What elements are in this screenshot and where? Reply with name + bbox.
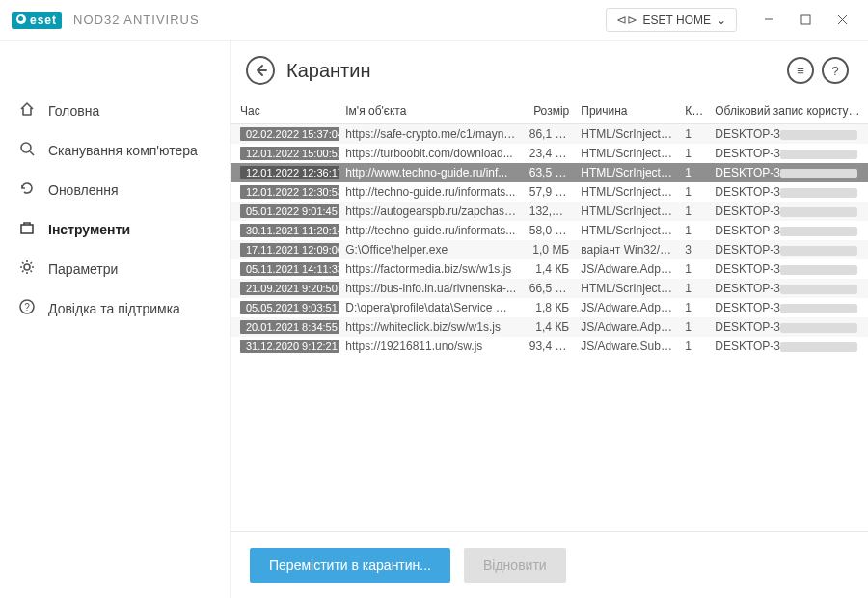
cell-reason: HTML/ScrInject.B т... [575, 182, 679, 202]
link-icon: ⊲⊳ [616, 13, 637, 27]
cell-time: 31.12.2020 9:12:21 [231, 337, 339, 356]
cell-user: DESKTOP-3 [709, 298, 868, 317]
sidebar-item-search[interactable]: Сканування комп'ютера [0, 130, 230, 170]
cell-size: 1,8 КБ [524, 298, 576, 317]
cell-time: 05.01.2022 9:01:45 [231, 202, 339, 221]
maximize-button[interactable] [787, 6, 824, 35]
arrow-left-icon [253, 63, 268, 78]
cell-size: 93,4 КБ [524, 337, 576, 356]
maximize-icon [800, 14, 811, 25]
sidebar-item-gear[interactable]: Параметри [0, 249, 230, 288]
content-header: Карантин ≡ ? [231, 41, 868, 98]
table-row[interactable]: 02.02.2022 15:37:04https://safe-crypto.m… [231, 124, 868, 145]
svg-rect-1 [801, 15, 810, 24]
cell-size: 57,9 КБ [524, 182, 576, 202]
back-button[interactable] [246, 56, 275, 85]
sidebar-item-home[interactable]: Головна [0, 91, 230, 130]
sidebar-item-refresh[interactable]: Оновлення [0, 170, 230, 209]
cell-size: 66,5 КБ [524, 279, 576, 298]
table-row[interactable]: 20.01.2021 8:34:55https://whiteclick.biz… [231, 317, 868, 337]
table-row[interactable]: 12.01.2022 12:36:17http://www.techno-gui… [231, 163, 868, 182]
sidebar-item-tools[interactable]: Інструменти [0, 209, 230, 249]
cell-size: 1,0 МБ [524, 240, 576, 259]
table-row[interactable]: 12.01.2022 15:00:51https://turboobit.com… [231, 144, 868, 163]
restore-button[interactable]: Відновити [464, 548, 566, 583]
col-count[interactable]: Кільк... [679, 98, 709, 124]
cell-time: 05.11.2021 14:11:33 [231, 259, 339, 279]
col-user[interactable]: Обліковий запис користувача [709, 98, 868, 124]
table-row[interactable]: 05.01.2022 9:01:45https://autogearspb.ru… [231, 202, 868, 221]
minimize-button[interactable] [750, 6, 787, 35]
cell-user: DESKTOP-3 [709, 337, 868, 356]
col-time[interactable]: Час [231, 98, 339, 124]
cell-reason: HTML/ScrInject.B т... [575, 202, 679, 221]
content-pane: Карантин ≡ ? Час Ім'я об'єкта Розмір При… [230, 41, 868, 598]
svg-line-5 [30, 151, 34, 155]
sidebar-item-label: Оновлення [48, 182, 119, 198]
cell-reason: JS/Adware.Subpro... [575, 337, 679, 356]
cell-count: 3 [679, 240, 709, 259]
cell-count: 1 [679, 221, 709, 240]
cell-time: 12.01.2022 12:36:17 [231, 163, 339, 182]
close-icon [837, 14, 848, 25]
close-button[interactable] [824, 6, 860, 35]
cell-user: DESKTOP-3 [709, 182, 868, 202]
cell-reason: варіант Win32/Ris... [575, 240, 679, 259]
quarantine-table: Час Ім'я об'єкта Розмір Причина Кільк...… [231, 98, 868, 531]
cell-user: DESKTOP-3 [709, 163, 868, 182]
question-icon: ? [831, 64, 838, 78]
tools-icon [17, 219, 37, 239]
cell-object: http://techno-guide.ru/informats... [339, 182, 523, 202]
sidebar-item-help[interactable]: ?Довідка та підтримка [0, 288, 230, 328]
table-row[interactable]: 17.11.2021 12:09:06G:\Office\helper.exe1… [231, 240, 868, 259]
table-row[interactable]: 05.11.2021 14:11:33https://factormedia.b… [231, 259, 868, 279]
cell-size: 1,4 КБ [524, 259, 576, 279]
cell-user: DESKTOP-3 [709, 317, 868, 337]
cell-object: https://factormedia.biz/sw/w1s.js [339, 259, 523, 279]
svg-point-7 [24, 264, 30, 270]
help-button[interactable]: ? [822, 57, 849, 84]
col-size[interactable]: Розмір [524, 98, 576, 124]
cell-time: 02.02.2022 15:37:04 [231, 124, 339, 145]
cell-size: 23,4 КБ [524, 144, 576, 163]
product-name: NOD32 ANTIVIRUS [73, 13, 200, 27]
cell-count: 1 [679, 163, 709, 182]
help-icon: ? [17, 298, 37, 318]
page-title: Карантин [286, 60, 775, 82]
list-options-button[interactable]: ≡ [787, 57, 814, 84]
cell-reason: HTML/ScrInject.B т... [575, 221, 679, 240]
sidebar-item-label: Параметри [48, 261, 118, 277]
table-row[interactable]: 31.12.2020 9:12:21https://19216811.uno/s… [231, 337, 868, 356]
cell-time: 20.01.2021 8:34:55 [231, 317, 339, 337]
cell-time: 21.09.2021 9:20:50 [231, 279, 339, 298]
cell-size: 63,5 КБ [524, 163, 576, 182]
cell-count: 1 [679, 182, 709, 202]
cell-object: https://autogearspb.ru/zapchasti... [339, 202, 523, 221]
cell-size: 58,0 КБ [524, 221, 576, 240]
cell-count: 1 [679, 259, 709, 279]
titlebar: eset NOD32 ANTIVIRUS ⊲⊳ ESET HOME ⌄ [0, 0, 868, 41]
cell-count: 1 [679, 124, 709, 145]
app-logo: eset NOD32 ANTIVIRUS [12, 12, 200, 29]
eset-home-badge[interactable]: ⊲⊳ ESET HOME ⌄ [606, 8, 737, 32]
cell-user: DESKTOP-3 [709, 279, 868, 298]
cell-user: DESKTOP-3 [709, 221, 868, 240]
move-to-quarantine-button[interactable]: Перемістити в карантин... [250, 548, 450, 583]
cell-count: 1 [679, 144, 709, 163]
cell-time: 12.01.2022 15:00:51 [231, 144, 339, 163]
table-row[interactable]: 30.11.2021 11:20:14http://techno-guide.r… [231, 221, 868, 240]
cell-object: https://safe-crypto.me/c1/maynin... [339, 124, 523, 145]
list-icon: ≡ [797, 64, 804, 78]
cell-time: 30.11.2021 11:20:14 [231, 221, 339, 240]
cell-object: G:\Office\helper.exe [339, 240, 523, 259]
cell-object: D:\opera\profile\data\Service Wo... [339, 298, 523, 317]
cell-size: 86,1 КБ [524, 124, 576, 145]
cell-object: https://whiteclick.biz/sw/w1s.js [339, 317, 523, 337]
home-badge-label: ESET HOME [643, 14, 711, 27]
col-reason[interactable]: Причина [575, 98, 679, 124]
table-row[interactable]: 21.09.2021 9:20:50https://bus-info.in.ua… [231, 279, 868, 298]
cell-user: DESKTOP-3 [709, 240, 868, 259]
col-object[interactable]: Ім'я об'єкта [339, 98, 523, 124]
table-row[interactable]: 05.05.2021 9:03:51D:\opera\profile\data\… [231, 298, 868, 317]
table-row[interactable]: 12.01.2022 12:30:53http://techno-guide.r… [231, 182, 868, 202]
